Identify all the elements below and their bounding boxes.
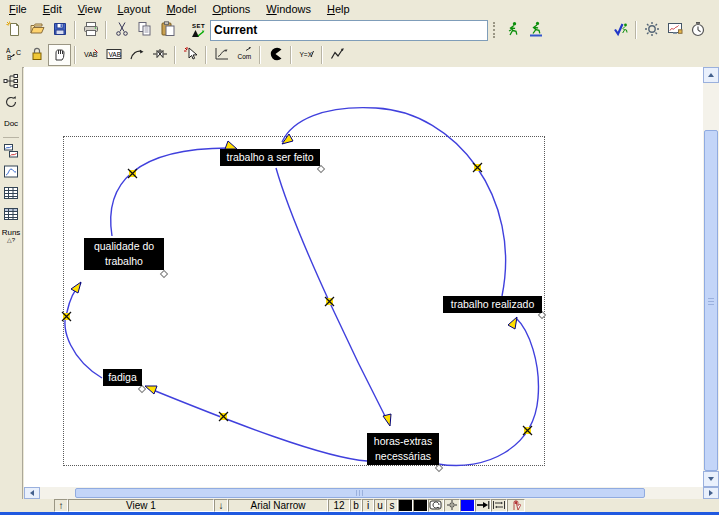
variable-fadiga[interactable]: fadiga — [103, 369, 142, 386]
paste-button[interactable] — [156, 19, 179, 41]
menu-edit[interactable]: Edit — [35, 1, 70, 17]
current-dataset-field[interactable] — [210, 20, 488, 41]
link-handle[interactable] — [62, 312, 71, 321]
view-down-button[interactable]: ↓ — [214, 499, 228, 512]
input-output-tool[interactable] — [210, 44, 233, 66]
variable-handle[interactable] — [160, 270, 167, 277]
arrow-color-swatch[interactable] — [460, 499, 475, 512]
simulation-setup-button[interactable] — [640, 19, 663, 41]
font-name-field[interactable]: Arial Narrow — [228, 499, 328, 512]
hand-pointer-button[interactable] — [507, 499, 525, 512]
scroll-up-button[interactable] — [703, 67, 719, 83]
horizontal-scroll-thumb[interactable] — [75, 488, 645, 498]
menu-windows[interactable]: Windows — [258, 1, 319, 17]
sketch-canvas[interactable]: trabalho a ser feito qualidade do trabal… — [24, 67, 703, 487]
move-hand-tool[interactable] — [48, 44, 71, 66]
new-model-button[interactable] — [2, 19, 25, 41]
variable-trabalho-a-ser-feito[interactable]: trabalho a ser feito — [220, 149, 320, 166]
set-dataset-button[interactable]: SET — [187, 19, 210, 41]
time-axis-button[interactable] — [686, 19, 709, 41]
arrowhead-into-qualidade[interactable] — [71, 282, 81, 293]
link-handle[interactable] — [473, 163, 482, 172]
arrowhead-into-fadiga[interactable] — [145, 386, 157, 394]
box-variable-tool[interactable]: VAB — [102, 44, 125, 66]
scroll-down-button[interactable] — [703, 471, 719, 487]
vertical-scrollbar[interactable] — [703, 67, 719, 487]
variable-handle[interactable] — [435, 464, 442, 471]
arrowhead-into-feito-left[interactable] — [225, 141, 237, 149]
causal-link-horas-to-realizado[interactable] — [438, 318, 538, 466]
link-handle[interactable] — [325, 297, 334, 306]
link-handle[interactable] — [219, 412, 228, 421]
italic-button[interactable]: i — [362, 499, 374, 512]
variable-trabalho-realizado[interactable]: trabalho realizado — [443, 296, 542, 313]
menu-options[interactable]: Options — [204, 1, 258, 17]
vertical-scroll-thumb[interactable] — [704, 130, 718, 471]
variable-handle[interactable] — [138, 385, 145, 392]
rate-tool[interactable] — [148, 44, 171, 66]
menu-model[interactable]: Model — [158, 1, 204, 17]
strike-button[interactable]: s — [386, 499, 398, 512]
graph-button[interactable] — [0, 162, 22, 183]
scroll-right-button[interactable] — [703, 487, 719, 499]
view-name-field[interactable]: View 1 — [68, 499, 214, 512]
bold-button[interactable]: b — [350, 499, 362, 512]
reference-mode-tool[interactable] — [326, 44, 349, 66]
copy-button[interactable] — [133, 19, 156, 41]
view-up-button[interactable]: ↑ — [54, 499, 68, 512]
arrowhead-into-realizado[interactable] — [508, 317, 517, 329]
arrow-tool[interactable] — [125, 44, 148, 66]
save-button[interactable] — [48, 19, 71, 41]
box-color-swatch[interactable] — [413, 499, 428, 512]
spacing-button[interactable] — [491, 499, 507, 512]
crosshair-icon — [445, 499, 459, 512]
causes-tree-button[interactable] — [0, 71, 22, 92]
menu-help[interactable]: Help — [319, 1, 358, 17]
table-button[interactable] — [0, 183, 22, 204]
causal-link-fadiga-to-qualidade[interactable] — [65, 283, 102, 378]
table-time-button[interactable] — [0, 204, 22, 225]
check-model-button[interactable] — [609, 19, 632, 41]
link-handle[interactable] — [523, 426, 532, 435]
link-handle[interactable] — [128, 169, 137, 178]
variable-horas-extras-necessarias[interactable]: horas-extras necessárias — [367, 433, 439, 465]
delete-tool[interactable] — [264, 44, 287, 66]
position-button[interactable] — [444, 499, 460, 512]
causal-link-horas-to-fadiga[interactable] — [148, 388, 367, 461]
output-windows-button[interactable] — [663, 19, 686, 41]
menu-file[interactable]: File — [1, 1, 35, 17]
lock-tool[interactable] — [25, 44, 48, 66]
horizontal-scrollbar[interactable] — [24, 487, 719, 499]
causal-link-feito-to-horas[interactable] — [276, 168, 389, 424]
font-size-field[interactable]: 12 — [328, 499, 350, 512]
variable-qualidade-do-trabalho[interactable]: qualidade do trabalho — [84, 238, 164, 270]
arrow-style-button[interactable] — [475, 499, 491, 512]
cut-button[interactable] — [110, 19, 133, 41]
text-color-swatch[interactable] — [398, 499, 413, 512]
causal-link-realizado-to-feito[interactable] — [282, 108, 506, 296]
shadow-variable-tool[interactable] — [179, 44, 202, 66]
document-button[interactable]: Doc — [0, 113, 22, 134]
monitor-graph-icon — [667, 21, 683, 39]
comment-tool[interactable]: Com — [233, 44, 256, 66]
subscript-abc-tool[interactable]: ABC — [2, 44, 25, 66]
equations-tool[interactable]: Y=X — [295, 44, 318, 66]
run-game-button[interactable] — [524, 19, 547, 41]
loops-button[interactable] — [0, 92, 22, 113]
causes-strip-button[interactable] — [0, 141, 22, 162]
set-dataset-icon: SET — [191, 23, 207, 38]
run-simulation-button[interactable] — [501, 19, 524, 41]
scroll-left-button[interactable] — [24, 487, 40, 499]
variable-handle[interactable] — [317, 165, 324, 172]
open-model-button[interactable] — [25, 19, 48, 41]
toolbar-separator — [105, 21, 107, 39]
runs-compare-button[interactable]: Runs △? — [0, 225, 22, 246]
arrowhead-into-horas[interactable] — [383, 414, 391, 426]
causal-link-qualidade-to-feito[interactable] — [111, 148, 236, 236]
print-button[interactable] — [79, 19, 102, 41]
menu-view[interactable]: View — [70, 1, 110, 17]
menu-layout[interactable]: Layout — [109, 1, 158, 17]
shape-style-button[interactable] — [428, 499, 444, 512]
variable-tool[interactable]: VAB — [79, 44, 102, 66]
underline-button[interactable]: u — [374, 499, 386, 512]
